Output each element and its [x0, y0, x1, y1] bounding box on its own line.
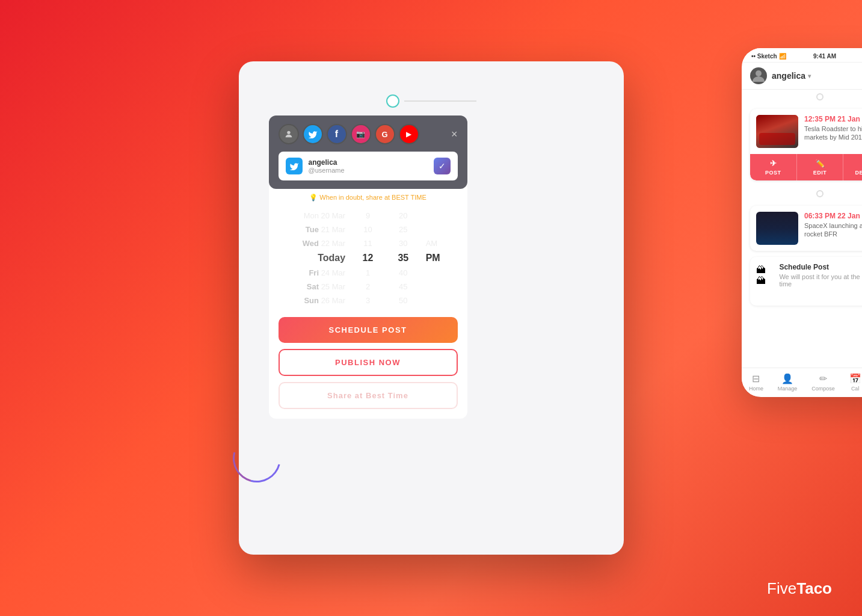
avatar-instagram[interactable]: 📷 [351, 124, 371, 144]
phone-header: angelica ▾ [742, 63, 862, 90]
nav-item-compose[interactable]: ✏ Compose [811, 373, 835, 392]
phone-avatar [750, 67, 767, 84]
avatar-row: f 📷 G ▶ [279, 124, 419, 144]
schedule-picker: 💡 When in doubt, share at BEST TIME Mon … [269, 182, 467, 419]
compose-label: Compose [811, 386, 835, 392]
schedule-post-card: 🏔🏔 Schedule Post We will post it for you… [742, 257, 862, 312]
twitter-preview-text: angelica @username [309, 158, 428, 174]
edit-action-icon: ✏️ [815, 159, 825, 168]
post-action-icon: ✈ [770, 159, 777, 168]
time-row-sun: Sun 26 Mar 3 50 [269, 294, 467, 307]
post-content-1: 12:35 PM 21 Jan 2018 Tesla Roadster to h… [750, 109, 862, 154]
time-row-tue: Tue 21 Mar 10 25 [269, 223, 467, 236]
progress-circle [386, 94, 399, 108]
best-time-hint: 💡 When in doubt, share at BEST TIME [269, 194, 467, 209]
schedule-card-title: Schedule Post [779, 263, 862, 271]
share-best-time-button[interactable]: Share at Best Time [279, 382, 458, 409]
post-desc-2: SpaceX launching a new rocket BFR [804, 221, 862, 239]
edit-action-label: EDIT [813, 170, 827, 176]
home-icon: ⊟ [752, 373, 760, 384]
mountain-icons: 🏔🏔 [756, 265, 774, 286]
gear-icon-wrap: ⚙️ [756, 288, 862, 300]
purple-circle-decoration [224, 425, 289, 491]
avatar-twitter[interactable] [303, 124, 323, 144]
time-row-sat: Sat 25 Mar 2 45 [269, 280, 467, 294]
avatar-youtube[interactable]: ▶ [399, 124, 419, 144]
twitter-preview: angelica @username ✓ [279, 152, 458, 180]
phone-mockup: •• Sketch 📶 9:41 AM 100% 🔋 angelica ▾ [742, 48, 862, 397]
delete-action-label: DELETE [855, 170, 862, 176]
avatar-google[interactable]: G [375, 124, 395, 144]
carrier-text: •• Sketch [751, 53, 777, 60]
timeline-dot-2 [816, 190, 824, 197]
nav-item-manage[interactable]: 👤 Manage [778, 373, 798, 392]
avatar-facebook[interactable]: f [327, 124, 347, 144]
post-action-delete[interactable]: 🗑 DELETE [843, 154, 862, 180]
dropdown-arrow-icon: ▾ [808, 73, 811, 79]
schedule-card-desc: We will post it for you at the right tim… [779, 273, 862, 288]
time-row-fri: Fri 24 Mar 1 40 [269, 266, 467, 280]
clock: 9:41 AM [813, 53, 836, 60]
brand-part2: Taco [796, 579, 832, 597]
cal-icon: 📅 [849, 373, 861, 384]
post-action-post[interactable]: ✈ POST [750, 154, 797, 180]
post-content-2: 06:33 PM 22 Jan 2018 SpaceX launching a … [750, 206, 862, 251]
twitter-icon [286, 158, 303, 174]
post-action-label: POST [765, 170, 781, 176]
close-button[interactable]: × [451, 129, 458, 140]
social-panel: f 📷 G ▶ × angelica @username ✓ [269, 116, 467, 189]
timeline-dot-1 [816, 93, 824, 100]
schedule-post-button[interactable]: SCHEDULE POST [279, 317, 458, 343]
phone-status-bar: •• Sketch 📶 9:41 AM 100% 🔋 [742, 48, 862, 63]
username-text: angelica [772, 71, 805, 81]
username-row[interactable]: angelica ▾ [772, 71, 811, 81]
progress-line [404, 100, 476, 102]
manage-icon: 👤 [781, 373, 793, 384]
twitter-handle: @username [309, 167, 428, 174]
post-card-2: 06:33 PM 22 Jan 2018 SpaceX launching a … [750, 206, 862, 251]
post-action-edit[interactable]: ✏️ EDIT [797, 154, 844, 180]
time-row-wed: Wed 22 Mar 11 30 AM [269, 236, 467, 250]
brand-logo: FiveTaco [767, 579, 832, 598]
phone-body: 12:35 PM 21 Jan 2018 Tesla Roadster to h… [742, 90, 862, 396]
social-panel-header: f 📷 G ▶ × [279, 124, 458, 144]
svg-point-1 [756, 70, 762, 76]
post-item-1: 12:35 PM 21 Jan 2018 Tesla Roadster to h… [742, 109, 862, 186]
manage-label: Manage [778, 386, 798, 392]
schedule-card-inner: 🏔🏔 Schedule Post We will post it for you… [750, 257, 862, 306]
publish-now-button[interactable]: PUBLISH NOW [279, 349, 458, 376]
compose-icon: ✏ [819, 373, 827, 384]
post-item-2: 06:33 PM 22 Jan 2018 SpaceX launching a … [742, 206, 862, 257]
avatar-user[interactable] [279, 124, 299, 144]
twitter-preview-title: angelica [309, 158, 428, 167]
post-image-car [756, 115, 798, 148]
nav-item-cal[interactable]: 📅 Cal [849, 373, 861, 392]
checkmark-button[interactable]: ✓ [434, 158, 451, 174]
nav-item-home[interactable]: ⊟ Home [749, 373, 763, 392]
time-row-mon: Mon 20 Mar 9 20 [269, 209, 467, 223]
post-actions-row: ✈ POST ✏️ EDIT 🗑 DELETE [750, 154, 862, 180]
post-text-1: 12:35 PM 21 Jan 2018 Tesla Roadster to h… [804, 115, 862, 142]
status-left: •• Sketch 📶 [751, 53, 786, 60]
brand-part1: Five [767, 579, 796, 597]
time-row-today[interactable]: Today 12 35 PM [269, 250, 467, 266]
progress-bar-area [386, 94, 476, 108]
post-card-1: 12:35 PM 21 Jan 2018 Tesla Roadster to h… [750, 109, 862, 180]
post-time-2: 06:33 PM 22 Jan 2018 [804, 212, 862, 220]
post-desc-1: Tesla Roadster to hit markets by Mid 201… [804, 125, 862, 142]
cal-label: Cal [851, 386, 860, 392]
post-time-1: 12:35 PM 21 Jan 2018 [804, 115, 862, 123]
main-card: f 📷 G ▶ × angelica @username ✓ 💡 When in… [239, 61, 624, 555]
post-text-2: 06:33 PM 22 Jan 2018 SpaceX launching a … [804, 212, 862, 239]
wifi-icon: 📶 [779, 53, 786, 60]
post-image-tunnel [756, 212, 798, 245]
home-label: Home [749, 386, 763, 392]
phone-bottom-nav: ⊟ Home 👤 Manage ✏ Compose 📅 Cal 👤 Profil… [742, 368, 862, 396]
svg-point-0 [287, 131, 290, 134]
